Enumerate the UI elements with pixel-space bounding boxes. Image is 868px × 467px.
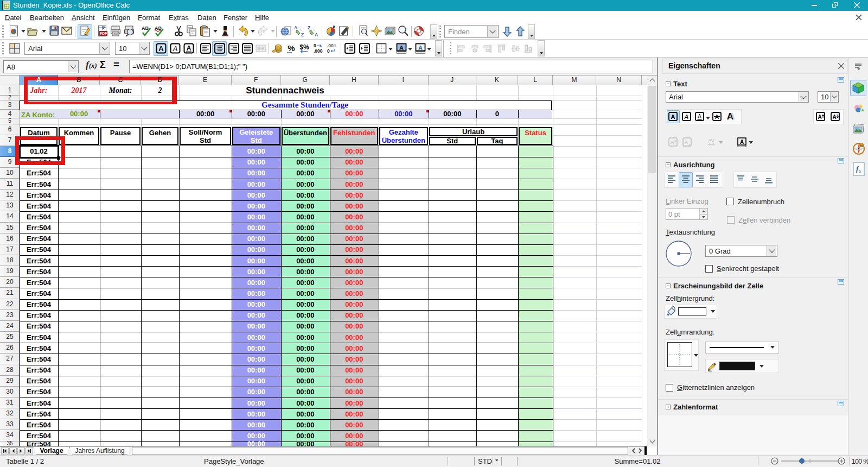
svg-text:x: x	[689, 143, 691, 146]
svg-text:A: A	[671, 140, 674, 145]
svg-text:x: x	[675, 139, 676, 142]
svg-text:A: A	[294, 25, 297, 30]
svg-text:Z: Z	[308, 25, 310, 30]
svg-text:0: 0	[314, 43, 316, 48]
svg-text:AV: AV	[708, 138, 714, 143]
svg-text:.000: .000	[327, 43, 336, 48]
svg-text:%: %	[288, 43, 295, 53]
svg-text:A: A	[685, 140, 688, 145]
svg-text:Z: Z	[301, 32, 304, 37]
svg-text:x: x	[858, 168, 861, 174]
svg-text:A: A	[187, 45, 192, 52]
svg-text:A: A	[399, 45, 404, 51]
svg-text:A: A	[832, 114, 836, 120]
svg-text:A: A	[740, 139, 744, 145]
svg-text:A: A	[173, 45, 178, 53]
svg-text:A: A	[684, 113, 688, 120]
svg-text:PDF: PDF	[100, 31, 107, 35]
svg-text:A: A	[729, 111, 735, 121]
svg-text:$%: $%	[299, 43, 309, 51]
svg-text:A: A	[158, 45, 164, 53]
svg-text:N: N	[860, 144, 863, 147]
svg-text:.000: .000	[314, 48, 323, 54]
svg-text:A: A	[418, 45, 423, 51]
svg-text:A: A	[315, 32, 318, 37]
svg-text:A: A	[818, 114, 821, 120]
svg-text:0: 0	[327, 48, 330, 54]
svg-text:A: A	[698, 113, 701, 119]
svg-text:AB: AB	[142, 26, 149, 31]
svg-text:A: A	[671, 113, 675, 120]
